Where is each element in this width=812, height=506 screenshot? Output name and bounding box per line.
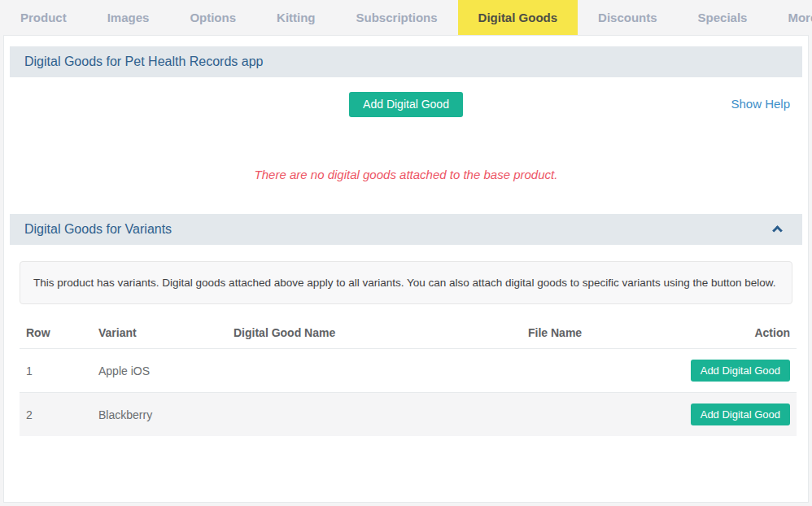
add-digital-good-variant-button[interactable]: Add Digital Good (691, 403, 790, 425)
tab-label: Kitting (277, 11, 315, 24)
tab-product[interactable]: Product (0, 0, 87, 35)
table-row: 2 Blackberry Add Digital Good (20, 393, 797, 437)
tab-label: Digital Goods (478, 11, 558, 24)
action-cell: Add Digital Good (683, 349, 797, 393)
digital-good-name-cell (227, 393, 522, 437)
section-title: Digital Goods for Pet Health Records app (24, 55, 263, 68)
column-header-row: Row (20, 316, 92, 349)
tab-label: Product (20, 11, 67, 24)
tab-discounts[interactable]: Discounts (578, 0, 678, 35)
column-header-digital-good-name: Digital Good Name (227, 316, 522, 349)
column-header-file-name: File Name (522, 316, 683, 349)
digital-goods-panel: Digital Goods for Pet Health Records app… (3, 35, 809, 503)
column-header-action: Action (683, 316, 797, 349)
table-header-row: Row Variant Digital Good Name File Name … (20, 316, 797, 349)
variant-cell: Blackberry (92, 393, 227, 437)
tab-options[interactable]: Options (169, 0, 256, 35)
tab-digital-goods[interactable]: Digital Goods (458, 0, 578, 35)
variant-cell: Apple iOS (92, 349, 227, 393)
tab-label: Specials (698, 11, 748, 24)
no-digital-goods-message: There are no digital goods attached to t… (4, 168, 808, 182)
tab-label: Discounts (598, 11, 657, 24)
table-row: 1 Apple iOS Add Digital Good (20, 349, 797, 393)
tab-label: Images (107, 11, 150, 24)
variants-section-header: Digital Goods for Variants (10, 214, 802, 245)
digital-good-name-cell (227, 349, 522, 393)
row-number-cell: 1 (20, 349, 92, 393)
chevron-up-icon[interactable] (772, 225, 783, 236)
add-digital-good-variant-button[interactable]: Add Digital Good (691, 360, 790, 382)
tab-kitting[interactable]: Kitting (256, 0, 335, 35)
section-title: Digital Goods for Variants (24, 222, 172, 236)
action-cell: Add Digital Good (683, 393, 797, 437)
base-digital-goods-header: Digital Goods for Pet Health Records app (10, 46, 802, 77)
tab-images[interactable]: Images (87, 0, 170, 35)
show-help-link[interactable]: Show Help (731, 97, 790, 111)
base-digital-goods-toolbar: Add Digital Good Show Help (4, 92, 808, 117)
product-edit-tabs: Product Images Options Kitting Subscript… (0, 0, 812, 35)
row-number-cell: 2 (20, 393, 92, 437)
tab-label: More (788, 11, 812, 24)
file-name-cell (522, 349, 683, 393)
variants-table: Row Variant Digital Good Name File Name … (20, 316, 797, 436)
tab-label: Subscriptions (356, 11, 438, 24)
file-name-cell (522, 393, 683, 437)
tab-subscriptions[interactable]: Subscriptions (336, 0, 458, 35)
tab-label: Options (190, 11, 236, 24)
column-header-variant: Variant (92, 316, 227, 349)
tab-specials[interactable]: Specials (678, 0, 768, 35)
add-digital-good-button[interactable]: Add Digital Good (349, 92, 463, 117)
tab-more[interactable]: More (767, 0, 812, 35)
variants-info-box: This product has variants. Digital goods… (20, 261, 792, 304)
